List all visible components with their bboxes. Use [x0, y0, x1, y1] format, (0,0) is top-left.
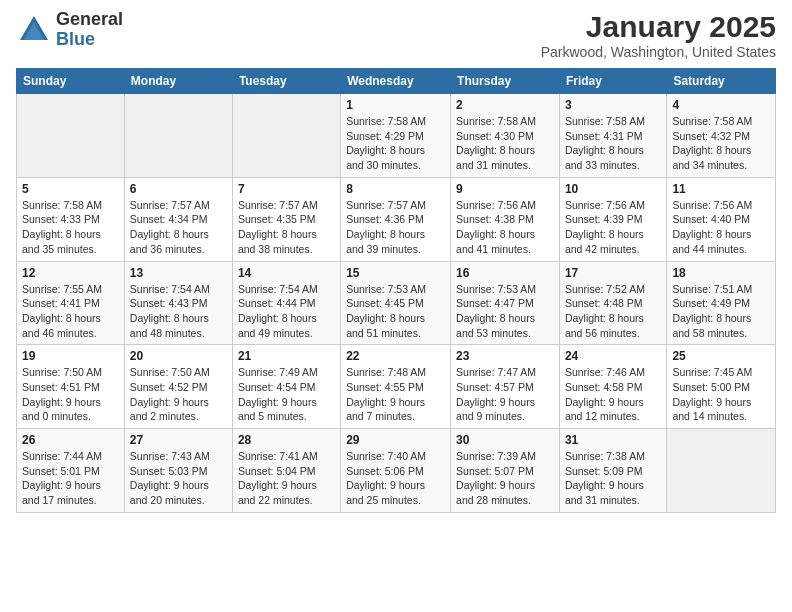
calendar-header-saturday: Saturday — [667, 69, 776, 94]
day-number: 25 — [672, 349, 770, 363]
day-number: 27 — [130, 433, 227, 447]
calendar-cell: 29Sunrise: 7:40 AMSunset: 5:06 PMDayligh… — [341, 429, 451, 513]
calendar-cell — [232, 94, 340, 178]
logo-blue-label: Blue — [56, 30, 123, 50]
calendar-cell: 3Sunrise: 7:58 AMSunset: 4:31 PMDaylight… — [559, 94, 666, 178]
calendar-header-wednesday: Wednesday — [341, 69, 451, 94]
day-info: Sunrise: 7:56 AMSunset: 4:40 PMDaylight:… — [672, 198, 770, 257]
logo: General Blue — [16, 10, 123, 50]
day-info: Sunrise: 7:44 AMSunset: 5:01 PMDaylight:… — [22, 449, 119, 508]
day-number: 24 — [565, 349, 661, 363]
calendar-cell: 1Sunrise: 7:58 AMSunset: 4:29 PMDaylight… — [341, 94, 451, 178]
day-info: Sunrise: 7:53 AMSunset: 4:45 PMDaylight:… — [346, 282, 445, 341]
calendar-cell: 10Sunrise: 7:56 AMSunset: 4:39 PMDayligh… — [559, 177, 666, 261]
day-number: 21 — [238, 349, 335, 363]
calendar-cell: 27Sunrise: 7:43 AMSunset: 5:03 PMDayligh… — [124, 429, 232, 513]
day-number: 3 — [565, 98, 661, 112]
day-info: Sunrise: 7:58 AMSunset: 4:30 PMDaylight:… — [456, 114, 554, 173]
calendar-cell: 4Sunrise: 7:58 AMSunset: 4:32 PMDaylight… — [667, 94, 776, 178]
calendar: SundayMondayTuesdayWednesdayThursdayFrid… — [16, 68, 776, 513]
day-info: Sunrise: 7:50 AMSunset: 4:52 PMDaylight:… — [130, 365, 227, 424]
day-info: Sunrise: 7:54 AMSunset: 4:44 PMDaylight:… — [238, 282, 335, 341]
day-number: 13 — [130, 266, 227, 280]
calendar-cell: 2Sunrise: 7:58 AMSunset: 4:30 PMDaylight… — [451, 94, 560, 178]
calendar-week-row: 19Sunrise: 7:50 AMSunset: 4:51 PMDayligh… — [17, 345, 776, 429]
day-info: Sunrise: 7:41 AMSunset: 5:04 PMDaylight:… — [238, 449, 335, 508]
day-info: Sunrise: 7:55 AMSunset: 4:41 PMDaylight:… — [22, 282, 119, 341]
day-info: Sunrise: 7:45 AMSunset: 5:00 PMDaylight:… — [672, 365, 770, 424]
calendar-cell: 18Sunrise: 7:51 AMSunset: 4:49 PMDayligh… — [667, 261, 776, 345]
calendar-cell — [124, 94, 232, 178]
day-number: 17 — [565, 266, 661, 280]
calendar-week-row: 1Sunrise: 7:58 AMSunset: 4:29 PMDaylight… — [17, 94, 776, 178]
day-info: Sunrise: 7:51 AMSunset: 4:49 PMDaylight:… — [672, 282, 770, 341]
calendar-cell: 24Sunrise: 7:46 AMSunset: 4:58 PMDayligh… — [559, 345, 666, 429]
day-number: 12 — [22, 266, 119, 280]
calendar-cell: 30Sunrise: 7:39 AMSunset: 5:07 PMDayligh… — [451, 429, 560, 513]
day-info: Sunrise: 7:38 AMSunset: 5:09 PMDaylight:… — [565, 449, 661, 508]
day-info: Sunrise: 7:49 AMSunset: 4:54 PMDaylight:… — [238, 365, 335, 424]
calendar-cell: 8Sunrise: 7:57 AMSunset: 4:36 PMDaylight… — [341, 177, 451, 261]
calendar-week-row: 12Sunrise: 7:55 AMSunset: 4:41 PMDayligh… — [17, 261, 776, 345]
calendar-cell: 16Sunrise: 7:53 AMSunset: 4:47 PMDayligh… — [451, 261, 560, 345]
calendar-cell: 6Sunrise: 7:57 AMSunset: 4:34 PMDaylight… — [124, 177, 232, 261]
calendar-cell: 17Sunrise: 7:52 AMSunset: 4:48 PMDayligh… — [559, 261, 666, 345]
calendar-header-friday: Friday — [559, 69, 666, 94]
day-number: 7 — [238, 182, 335, 196]
day-number: 2 — [456, 98, 554, 112]
calendar-cell: 14Sunrise: 7:54 AMSunset: 4:44 PMDayligh… — [232, 261, 340, 345]
day-number: 10 — [565, 182, 661, 196]
calendar-cell — [667, 429, 776, 513]
day-info: Sunrise: 7:50 AMSunset: 4:51 PMDaylight:… — [22, 365, 119, 424]
day-number: 4 — [672, 98, 770, 112]
calendar-cell: 22Sunrise: 7:48 AMSunset: 4:55 PMDayligh… — [341, 345, 451, 429]
title-block: January 2025 Parkwood, Washington, Unite… — [541, 10, 776, 60]
calendar-cell: 21Sunrise: 7:49 AMSunset: 4:54 PMDayligh… — [232, 345, 340, 429]
logo-text: General Blue — [56, 10, 123, 50]
calendar-week-row: 26Sunrise: 7:44 AMSunset: 5:01 PMDayligh… — [17, 429, 776, 513]
day-number: 16 — [456, 266, 554, 280]
calendar-header-row: SundayMondayTuesdayWednesdayThursdayFrid… — [17, 69, 776, 94]
main-title: January 2025 — [541, 10, 776, 44]
day-number: 26 — [22, 433, 119, 447]
calendar-week-row: 5Sunrise: 7:58 AMSunset: 4:33 PMDaylight… — [17, 177, 776, 261]
calendar-cell: 5Sunrise: 7:58 AMSunset: 4:33 PMDaylight… — [17, 177, 125, 261]
calendar-cell — [17, 94, 125, 178]
calendar-cell: 12Sunrise: 7:55 AMSunset: 4:41 PMDayligh… — [17, 261, 125, 345]
day-info: Sunrise: 7:58 AMSunset: 4:29 PMDaylight:… — [346, 114, 445, 173]
calendar-cell: 13Sunrise: 7:54 AMSunset: 4:43 PMDayligh… — [124, 261, 232, 345]
day-info: Sunrise: 7:58 AMSunset: 4:33 PMDaylight:… — [22, 198, 119, 257]
calendar-cell: 31Sunrise: 7:38 AMSunset: 5:09 PMDayligh… — [559, 429, 666, 513]
day-number: 15 — [346, 266, 445, 280]
day-info: Sunrise: 7:58 AMSunset: 4:32 PMDaylight:… — [672, 114, 770, 173]
calendar-cell: 15Sunrise: 7:53 AMSunset: 4:45 PMDayligh… — [341, 261, 451, 345]
calendar-cell: 9Sunrise: 7:56 AMSunset: 4:38 PMDaylight… — [451, 177, 560, 261]
day-info: Sunrise: 7:58 AMSunset: 4:31 PMDaylight:… — [565, 114, 661, 173]
page: General Blue January 2025 Parkwood, Wash… — [0, 0, 792, 612]
day-number: 18 — [672, 266, 770, 280]
day-number: 28 — [238, 433, 335, 447]
day-number: 6 — [130, 182, 227, 196]
logo-icon — [16, 12, 52, 48]
day-info: Sunrise: 7:43 AMSunset: 5:03 PMDaylight:… — [130, 449, 227, 508]
calendar-cell: 19Sunrise: 7:50 AMSunset: 4:51 PMDayligh… — [17, 345, 125, 429]
day-number: 9 — [456, 182, 554, 196]
logo-general-label: General — [56, 10, 123, 30]
day-number: 20 — [130, 349, 227, 363]
day-number: 31 — [565, 433, 661, 447]
day-info: Sunrise: 7:46 AMSunset: 4:58 PMDaylight:… — [565, 365, 661, 424]
day-info: Sunrise: 7:48 AMSunset: 4:55 PMDaylight:… — [346, 365, 445, 424]
day-info: Sunrise: 7:53 AMSunset: 4:47 PMDaylight:… — [456, 282, 554, 341]
day-info: Sunrise: 7:40 AMSunset: 5:06 PMDaylight:… — [346, 449, 445, 508]
day-number: 5 — [22, 182, 119, 196]
day-number: 11 — [672, 182, 770, 196]
subtitle: Parkwood, Washington, United States — [541, 44, 776, 60]
day-info: Sunrise: 7:57 AMSunset: 4:34 PMDaylight:… — [130, 198, 227, 257]
day-info: Sunrise: 7:39 AMSunset: 5:07 PMDaylight:… — [456, 449, 554, 508]
day-info: Sunrise: 7:47 AMSunset: 4:57 PMDaylight:… — [456, 365, 554, 424]
day-info: Sunrise: 7:56 AMSunset: 4:38 PMDaylight:… — [456, 198, 554, 257]
day-number: 30 — [456, 433, 554, 447]
day-info: Sunrise: 7:57 AMSunset: 4:36 PMDaylight:… — [346, 198, 445, 257]
day-number: 8 — [346, 182, 445, 196]
day-info: Sunrise: 7:57 AMSunset: 4:35 PMDaylight:… — [238, 198, 335, 257]
